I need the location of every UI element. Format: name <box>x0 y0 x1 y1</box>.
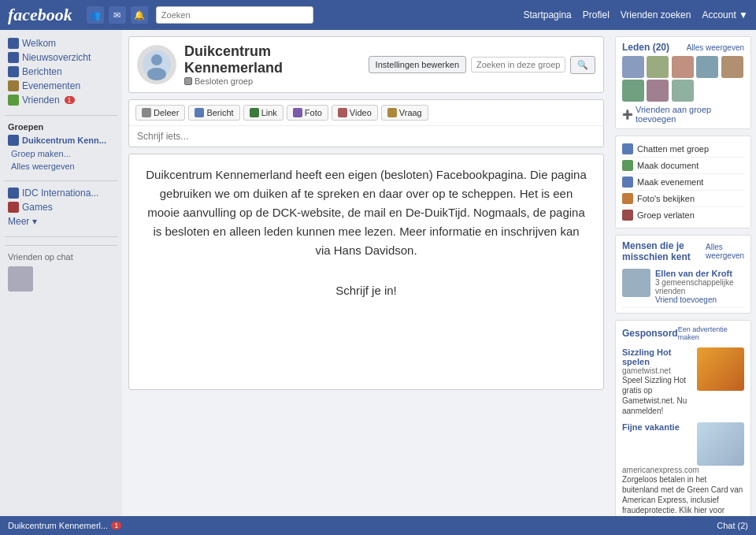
person-add-0[interactable]: Vriend toevoegen <box>655 295 744 304</box>
group-type-label: Besloten groep <box>195 76 253 86</box>
member-thumb-1[interactable] <box>622 56 644 78</box>
sidebar-label-idc: IDC Internationa... <box>22 188 98 199</box>
member-thumb-7[interactable] <box>647 80 669 102</box>
main-nav-section: Welkom Nieuwsoverzicht Berichten Eveneme… <box>5 36 117 107</box>
member-thumb-4[interactable] <box>696 56 718 78</box>
alerts-notification-btn[interactable]: 🔔 <box>131 6 148 24</box>
search-input[interactable] <box>156 6 313 24</box>
sidebar-item-alles-weergeven[interactable]: Alles weergeven <box>5 160 117 173</box>
member-thumb-8[interactable] <box>672 80 694 102</box>
delete-label: Deleer <box>154 108 179 117</box>
action-document[interactable]: Maak document <box>622 158 744 174</box>
chat-section: Vrienden op chat <box>5 245 117 297</box>
members-title-text: Leden <box>622 42 650 53</box>
member-thumb-5[interactable] <box>721 56 743 78</box>
action-photos-label: Foto's bekijken <box>637 194 695 203</box>
games-icon <box>8 202 19 213</box>
member-thumb-3[interactable] <box>672 56 694 78</box>
video-label: Video <box>350 108 372 117</box>
sidebar-item-welkom[interactable]: Welkom <box>5 36 117 50</box>
sidebar-item-evenementen[interactable]: Evenementen <box>5 79 117 93</box>
action-chat[interactable]: Chatten met groep <box>622 141 744 158</box>
sidebar-item-meer[interactable]: Meer ▾ <box>5 214 117 228</box>
link-btn[interactable]: Link <box>243 105 284 121</box>
nav-profiel[interactable]: Profiel <box>583 9 610 20</box>
facebook-logo: facebook <box>8 5 72 25</box>
group-icon <box>8 135 19 146</box>
chat-label: Vrienden op chat <box>5 251 117 263</box>
person-mutual-0: 3 gemeenschappelijke vrienden <box>655 278 744 295</box>
members-section: Leden (20) Alles weergeven ➕ Vrienden aa… <box>615 36 751 129</box>
sponsored-title: Gesponsord <box>622 328 678 339</box>
video-btn[interactable]: Video <box>332 105 378 121</box>
sidebar-divider-1 <box>5 115 117 116</box>
action-event[interactable]: Maak evenement <box>622 174 744 191</box>
group-actions: Instellingen bewerken 🔍 <box>369 56 595 74</box>
events-icon <box>8 80 19 91</box>
nav-friends-search[interactable]: Vrienden zoeken <box>621 9 691 20</box>
groups-label: Groepen <box>8 122 43 132</box>
message-btn[interactable]: Bericht <box>188 105 239 121</box>
chat-avatar <box>8 266 33 292</box>
delete-btn[interactable]: Deleer <box>135 105 185 121</box>
sidebar-item-nieuwsoverzicht[interactable]: Nieuwsoverzicht <box>5 50 117 65</box>
sidebar-item-groep-maken[interactable]: Groep maken... <box>5 147 117 160</box>
other-groups-section: IDC Internationa... Games Meer ▾ <box>5 186 117 228</box>
add-friends-btn[interactable]: ➕ Vrienden aan groep toevoegen <box>622 105 744 124</box>
post-content: Duikcentrum Kennemerland heeft een eigen… <box>128 154 604 390</box>
sidebar-item-games[interactable]: Games <box>5 200 117 214</box>
sidebar-label-evenementen: Evenementen <box>22 80 80 91</box>
groups-header: Groepen <box>5 121 117 133</box>
chat-bar: Duikcentrum Kennemerl... 1 Chat (2) <box>0 516 756 535</box>
photo-btn[interactable]: Foto <box>287 105 328 121</box>
group-search-btn[interactable]: 🔍 <box>570 56 595 74</box>
pymk-show-all[interactable]: Alles weergeven <box>706 243 744 260</box>
action-photos[interactable]: Foto's bekijken <box>622 191 744 207</box>
leave-icon <box>622 210 633 221</box>
schrijf-line: Schrijf je in! <box>145 284 587 297</box>
nav-startpagina[interactable]: Startpagina <box>523 9 571 20</box>
chat-icon <box>622 143 633 154</box>
sidebar-item-vrienden[interactable]: Vrienden 1 <box>5 93 117 107</box>
action-event-label: Maak evenement <box>637 177 703 187</box>
members-show-all[interactable]: Alles weergeven <box>687 43 744 52</box>
sponsor-text-0: Speel Sizzling Hot gratis op Gametwist.n… <box>622 375 694 416</box>
friends-notification-btn[interactable]: 👥 <box>87 6 104 24</box>
nav-account[interactable]: Account ▼ <box>702 9 748 20</box>
post-actions: Deleer Bericht Link Foto Video <box>129 100 603 126</box>
chat-bar-badge: 1 <box>111 522 121 529</box>
chat-bar-label[interactable]: Chat (2) <box>717 521 748 530</box>
people-you-may-know-section: Mensen die je misschien kent Alles weerg… <box>615 235 751 314</box>
nav-links: Startpagina Profiel Vrienden zoeken Acco… <box>523 9 748 20</box>
sidebar-item-duikcentrum[interactable]: Duikcentrum Kenn... <box>5 133 117 147</box>
action-chat-label: Chatten met groep <box>637 144 709 154</box>
add-friends-label: Vrienden aan groep toevoegen <box>636 105 744 124</box>
group-type: Besloten groep <box>184 76 361 86</box>
question-btn[interactable]: Vraag <box>381 105 428 121</box>
sidebar-label-berichten: Berichten <box>22 66 62 77</box>
sponsored-header: Gesponsord Een advertentie maken <box>622 325 744 341</box>
members-count: (20) <box>653 42 669 53</box>
sidebar-item-berichten[interactable]: Berichten <box>5 65 117 79</box>
action-leave[interactable]: Groep verlaten <box>622 207 744 223</box>
person-item-0: Ellen van der Kroft 3 gemeenschappelijke… <box>622 266 744 308</box>
make-ad-link[interactable]: Een advertentie maken <box>678 325 744 341</box>
idc-icon <box>8 188 19 199</box>
group-search-input[interactable] <box>471 57 565 72</box>
post-input[interactable] <box>129 126 603 147</box>
sidebar-item-idc[interactable]: IDC Internationa... <box>5 186 117 200</box>
link-label: Link <box>261 108 277 117</box>
person-name-0[interactable]: Ellen van der Kroft <box>655 269 744 278</box>
sidebar-label-duikcentrum: Duikcentrum Kenn... <box>22 136 106 145</box>
member-thumb-6[interactable] <box>622 80 644 102</box>
message-icon <box>195 108 204 117</box>
chat-bar-group[interactable]: Duikcentrum Kennemerl... 1 <box>8 521 121 530</box>
settings-button[interactable]: Instellingen bewerken <box>369 56 466 73</box>
members-grid <box>622 56 744 102</box>
chat-bar-right: Chat (2) <box>717 521 748 530</box>
messages-notification-btn[interactable]: ✉ <box>109 6 126 24</box>
photo-label: Foto <box>305 108 322 117</box>
member-thumb-2[interactable] <box>647 56 669 78</box>
sponsor-img-1 <box>697 422 744 466</box>
post-toolbar: Deleer Bericht Link Foto Video <box>128 99 604 147</box>
